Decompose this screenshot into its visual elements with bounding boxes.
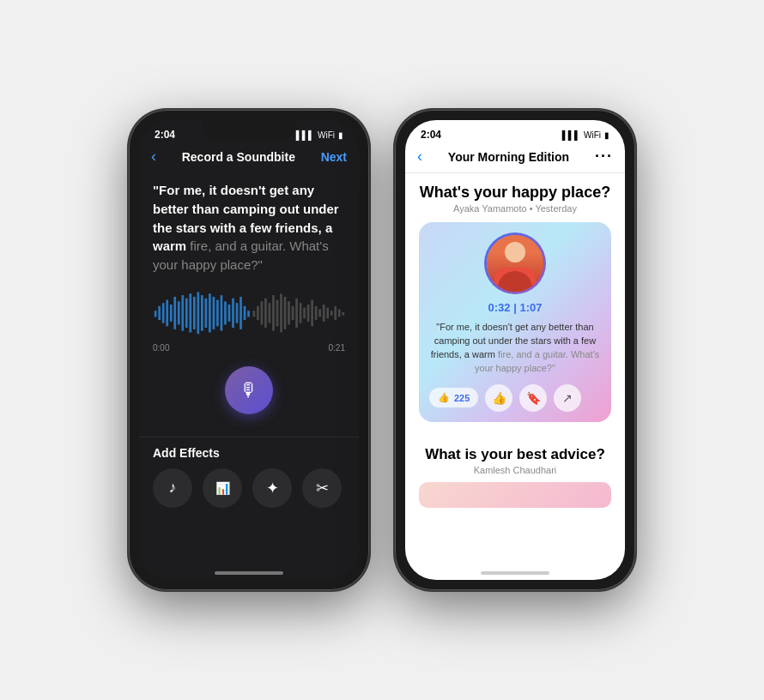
svg-rect-41 — [315, 306, 318, 320]
wifi-icon: WiFi — [318, 130, 335, 140]
like-count: 225 — [454, 393, 470, 403]
next-button[interactable]: Next — [321, 150, 347, 164]
nav-title-light: Your Morning Edition — [448, 150, 569, 164]
svg-rect-39 — [307, 305, 310, 322]
svg-rect-29 — [269, 303, 271, 323]
like-button[interactable]: 👍 — [485, 384, 512, 412]
svg-rect-45 — [330, 311, 333, 315]
record-button[interactable]: 🎙 — [225, 366, 273, 414]
svg-rect-27 — [261, 301, 264, 324]
avatar-ring — [484, 232, 546, 294]
svg-rect-44 — [326, 307, 329, 318]
svg-rect-2 — [162, 303, 165, 323]
svg-rect-15 — [213, 297, 215, 329]
avatar-shirt — [494, 268, 536, 292]
soundbite-quote: "For me, it doesn't get any better than … — [153, 181, 345, 275]
music-icon: ♪ — [169, 479, 177, 497]
post-author: Ayaka Yamamoto — [453, 203, 527, 214]
battery-icon-light: ▮ — [604, 130, 609, 140]
phones-container: 2:04 ▌▌▌ WiFi ▮ ‹ Record a Soundbite Nex… — [112, 93, 652, 607]
notch — [468, 120, 562, 141]
thumbs-up-icon: 👍 — [438, 392, 450, 403]
add-effects-section: Add Effects ♪ 📊 ✦ ✂ — [139, 437, 359, 516]
home-indicator — [215, 571, 283, 575]
right-phone: 2:04 ▌▌▌ WiFi ▮ ‹ Your Morning Edition ·… — [395, 110, 635, 590]
svg-rect-23 — [244, 306, 246, 320]
svg-rect-12 — [201, 295, 203, 331]
next-post-section: What is your best advice? Kamlesh Chaudh… — [405, 438, 625, 516]
svg-rect-19 — [228, 305, 231, 322]
svg-rect-35 — [292, 306, 294, 320]
card-quote: "For me, it doesn't get any better than … — [429, 321, 601, 376]
svg-rect-43 — [323, 305, 325, 322]
post-meta: Ayaka Yamamoto • Yesterday — [419, 203, 611, 214]
svg-rect-4 — [170, 305, 173, 322]
soundbite-card[interactable]: 0:32 | 1:07 "For me, it doesn't get any … — [419, 222, 611, 422]
nav-title: Record a Soundbite — [182, 150, 295, 164]
svg-rect-20 — [232, 298, 234, 327]
svg-rect-13 — [205, 298, 208, 327]
right-screen: 2:04 ▌▌▌ WiFi ▮ ‹ Your Morning Edition ·… — [405, 120, 625, 580]
more-button[interactable]: ··· — [595, 148, 613, 166]
post-content: What's your happy place? Ayaka Yamamoto … — [405, 173, 625, 438]
effect-sparkle-btn[interactable]: ✦ — [252, 468, 292, 508]
sparkle-icon: ✦ — [266, 479, 279, 498]
waveform-svg — [153, 287, 345, 338]
waveform[interactable] — [153, 287, 345, 338]
status-icons-light: ▌▌▌ WiFi ▮ — [562, 130, 609, 140]
svg-rect-38 — [303, 307, 306, 318]
back-button[interactable]: ‹ — [151, 148, 156, 166]
svg-rect-24 — [247, 311, 250, 317]
avatar-person — [487, 235, 543, 292]
time-start: 0:00 — [153, 343, 169, 353]
bookmark-icon: 🔖 — [526, 391, 541, 405]
time-end: 0:21 — [329, 343, 345, 353]
svg-rect-14 — [209, 293, 211, 332]
next-post-author: Kamlesh Chaudhari — [419, 465, 611, 475]
share-icon: ↗ — [562, 391, 573, 405]
dark-nav-bar: ‹ Record a Soundbite Next — [139, 144, 359, 172]
signal-icon: ▌▌▌ — [296, 130, 314, 140]
svg-rect-30 — [272, 295, 275, 331]
card-timer: 0:32 | 1:07 — [429, 301, 601, 314]
svg-rect-3 — [166, 299, 168, 326]
card-actions: 👍 225 👍 🔖 ↗ — [429, 384, 601, 412]
svg-rect-8 — [185, 298, 188, 327]
svg-rect-16 — [216, 299, 219, 326]
svg-rect-17 — [221, 295, 223, 331]
svg-rect-22 — [240, 297, 242, 329]
svg-rect-36 — [295, 298, 298, 327]
svg-rect-42 — [318, 309, 321, 317]
effect-eq-btn[interactable]: 📊 — [203, 468, 242, 508]
post-timestamp: Yesterday — [535, 203, 577, 214]
svg-rect-25 — [253, 311, 256, 317]
status-time: 2:04 — [155, 129, 175, 141]
effect-music-btn[interactable]: ♪ — [153, 468, 192, 508]
svg-rect-46 — [334, 306, 337, 320]
svg-rect-34 — [288, 301, 290, 324]
svg-rect-28 — [264, 298, 267, 327]
light-nav-bar: ‹ Your Morning Edition ··· — [405, 144, 625, 173]
effect-cut-btn[interactable]: ✂ — [302, 468, 342, 508]
wifi-icon-light: WiFi — [584, 130, 601, 140]
notch — [202, 120, 296, 141]
mic-icon: 🎙 — [240, 379, 258, 401]
svg-rect-5 — [173, 297, 176, 329]
left-phone: 2:04 ▌▌▌ WiFi ▮ ‹ Record a Soundbite Nex… — [129, 110, 369, 590]
svg-rect-31 — [276, 299, 279, 326]
bookmark-button[interactable]: 🔖 — [519, 384, 547, 412]
add-effects-label: Add Effects — [153, 446, 345, 460]
svg-rect-11 — [197, 292, 199, 334]
cut-icon: ✂ — [316, 479, 329, 498]
svg-rect-33 — [284, 297, 287, 329]
svg-rect-47 — [338, 309, 341, 317]
like-pill[interactable]: 👍 225 — [429, 388, 478, 407]
signal-icon-light: ▌▌▌ — [562, 130, 580, 140]
svg-rect-9 — [189, 293, 191, 332]
back-button-light[interactable]: ‹ — [417, 148, 422, 166]
battery-icon: ▮ — [338, 130, 343, 140]
svg-rect-7 — [181, 295, 184, 331]
home-indicator-light — [481, 571, 549, 575]
dark-content: "For me, it doesn't get any better than … — [139, 172, 359, 437]
share-button[interactable]: ↗ — [554, 384, 581, 412]
